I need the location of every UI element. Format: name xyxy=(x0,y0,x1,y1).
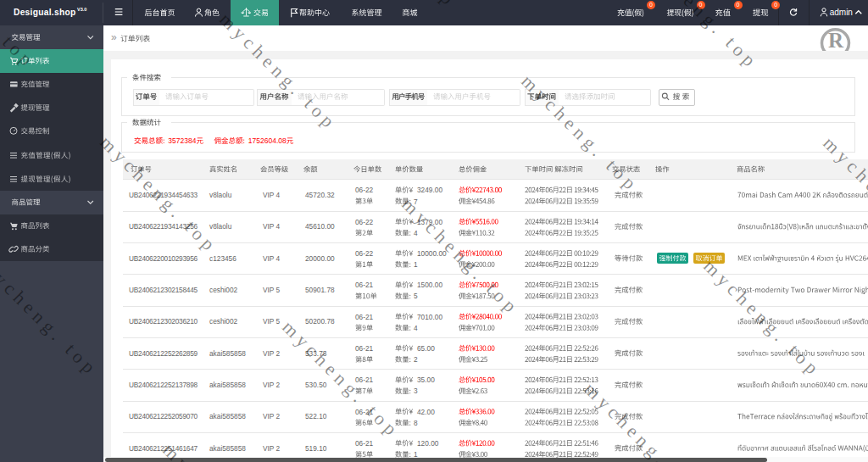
svg-text:R: R xyxy=(828,29,844,52)
